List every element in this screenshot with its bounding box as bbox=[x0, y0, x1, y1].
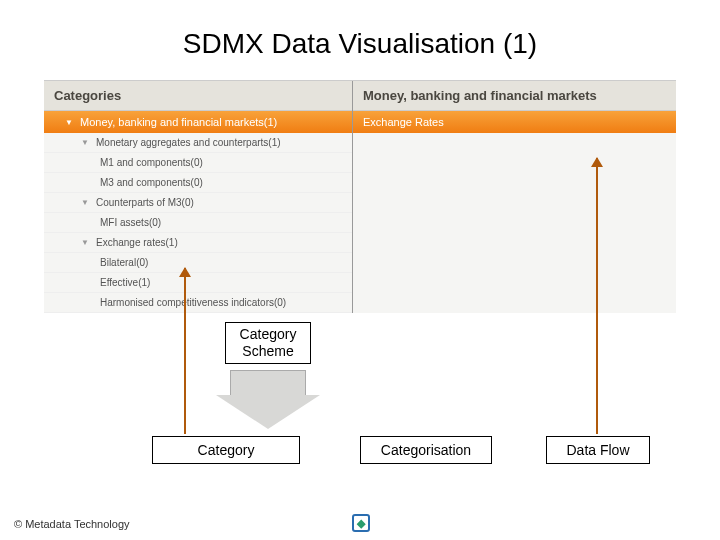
logo-icon: ◆ bbox=[352, 514, 370, 532]
tree-root-label: Money, banking and financial markets(1) bbox=[80, 116, 277, 128]
categories-panel: Categories ▼ Money, banking and financia… bbox=[44, 81, 352, 313]
panels-container: Categories ▼ Money, banking and financia… bbox=[44, 80, 676, 313]
dataflow-label: Data Flow bbox=[546, 436, 650, 464]
category-scheme-label: Category Scheme bbox=[225, 322, 311, 364]
down-arrow-head-icon bbox=[216, 395, 320, 429]
tree-root[interactable]: ▼ Money, banking and financial markets(1… bbox=[44, 111, 352, 133]
tree-item[interactable]: MFI assets(0) bbox=[44, 213, 352, 233]
tree-item-label: Bilateral(0) bbox=[100, 257, 148, 268]
tree-item[interactable]: M1 and components(0) bbox=[44, 153, 352, 173]
tree-item-label: Monetary aggregates and counterparts(1) bbox=[96, 137, 281, 148]
caret-icon: ▼ bbox=[64, 118, 74, 127]
tree-item[interactable]: Bilateral(0) bbox=[44, 253, 352, 273]
detail-header: Money, banking and financial markets bbox=[353, 81, 676, 111]
categorisation-label: Categorisation bbox=[360, 436, 492, 464]
arrow-up-icon bbox=[184, 268, 186, 434]
arrow-up-icon bbox=[596, 158, 598, 434]
category-label: Category bbox=[152, 436, 300, 464]
tree-item[interactable]: ▼ Monetary aggregates and counterparts(1… bbox=[44, 133, 352, 153]
tree-item[interactable]: Harmonised competitiveness indicators(0) bbox=[44, 293, 352, 313]
tree-item[interactable]: Effective(1) bbox=[44, 273, 352, 293]
tree-item-label: Effective(1) bbox=[100, 277, 150, 288]
tree-item[interactable]: ▼ Exchange rates(1) bbox=[44, 233, 352, 253]
caret-icon: ▼ bbox=[80, 138, 90, 147]
caret-icon: ▼ bbox=[80, 238, 90, 247]
page-title: SDMX Data Visualisation (1) bbox=[0, 0, 720, 70]
detail-panel: Money, banking and financial markets Exc… bbox=[352, 81, 676, 313]
categories-header: Categories bbox=[44, 81, 352, 111]
caret-icon: ▼ bbox=[80, 198, 90, 207]
tree-item-label: Counterparts of M3(0) bbox=[96, 197, 194, 208]
tree-item[interactable]: M3 and components(0) bbox=[44, 173, 352, 193]
tree-item-label: Exchange rates(1) bbox=[96, 237, 178, 248]
tree-item-label: M3 and components(0) bbox=[100, 177, 203, 188]
tree-item-label: Harmonised competitiveness indicators(0) bbox=[100, 297, 286, 308]
down-arrow-stem bbox=[230, 370, 306, 396]
tree-item-label: M1 and components(0) bbox=[100, 157, 203, 168]
footer-copyright: © Metadata Technology bbox=[14, 518, 130, 530]
tree-item[interactable]: ▼ Counterparts of M3(0) bbox=[44, 193, 352, 213]
detail-row[interactable]: Exchange Rates bbox=[353, 111, 676, 133]
tree-item-label: MFI assets(0) bbox=[100, 217, 161, 228]
